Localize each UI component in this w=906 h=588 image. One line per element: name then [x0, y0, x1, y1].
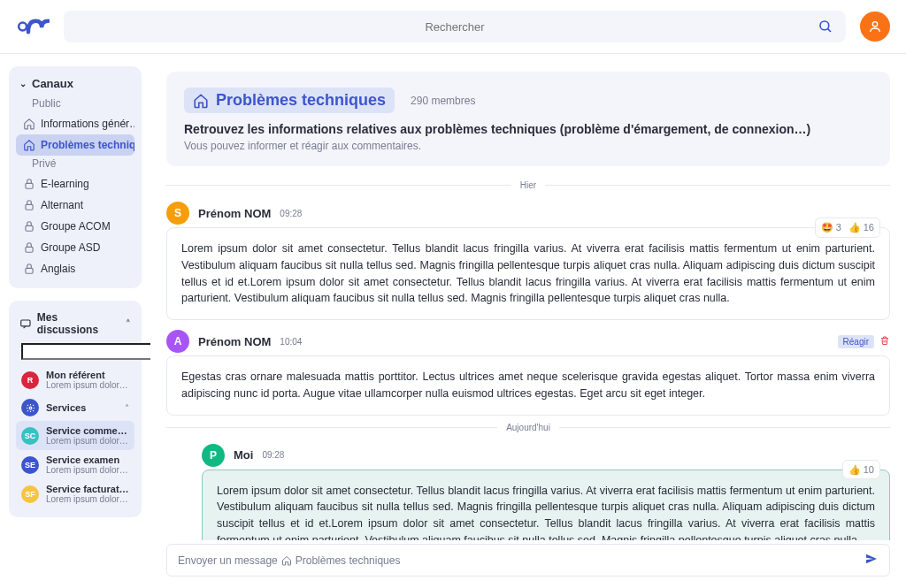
lock-icon [23, 199, 35, 211]
search-input[interactable] [76, 20, 833, 34]
services-icon [21, 399, 39, 416]
discussion-item-facturation[interactable]: SF Service facturation Lorem ipsum dolor… [16, 479, 134, 508]
message-body: 👍 10 Lorem ipsum dolor sit amet consecte… [202, 470, 890, 541]
channels-title: Canaux [32, 77, 73, 90]
chevron-up-icon: ˄ [125, 403, 129, 413]
svg-point-2 [820, 21, 829, 30]
channel-header: Problèmes techniques 290 membres Retrouv… [166, 72, 890, 166]
lock-icon [23, 220, 35, 233]
channels-panel: ⌄ Canaux Public Informations génér… Prob… [9, 66, 142, 288]
nav-label: Anglais [41, 263, 75, 275]
channel-item-asd[interactable]: Groupe ASD [16, 237, 134, 258]
nav-label: E-learning [41, 178, 89, 190]
discussions-header[interactable]: Mes discussions ˄ [16, 309, 134, 341]
channels-header[interactable]: ⌄ Canaux [16, 75, 134, 95]
lock-icon [23, 178, 35, 190]
discussions-panel: Mes discussions ˄ R Mon référent Lorem i… [9, 301, 142, 517]
channel-item-anglais[interactable]: Anglais [16, 258, 134, 279]
channel-item-info[interactable]: Informations génér… [16, 113, 134, 134]
discussion-title: Service examen [46, 454, 129, 465]
channel-description: Vous pouvez informer et réagir aux comme… [184, 140, 872, 152]
nav-label: Informations génér… [41, 118, 134, 130]
discussion-title: Services [46, 402, 86, 413]
message: A Prénom NOM 10:04 Réagir Egestas cras o… [166, 327, 890, 416]
channels-public-label[interactable]: Public [16, 95, 134, 113]
message-composer[interactable]: Envoyer un message Problèmes techniques [166, 544, 890, 577]
avatar: P [202, 444, 225, 467]
message-own: P Moi 09:28 👍 10 Lorem ipsum dolor sit a… [166, 441, 890, 541]
svg-rect-5 [26, 183, 33, 188]
delete-button[interactable] [879, 335, 890, 348]
search-bar[interactable] [64, 11, 846, 42]
app-header [0, 0, 906, 54]
channel-headline: Retrouvez les informations relatives aux… [184, 122, 872, 136]
discussion-title: Service commercial [46, 425, 129, 436]
svg-point-1 [19, 24, 25, 29]
discussion-title: Service facturation [46, 484, 129, 494]
avatar: SE [21, 456, 39, 474]
message-author: Moi [234, 448, 253, 462]
chat-icon [19, 317, 32, 330]
message-author: Prénom NOM [198, 207, 271, 220]
discussion-item-commercial[interactable]: SC Service commercial Lorem ipsum dolor … [16, 421, 134, 450]
channel-members: 290 membres [411, 95, 475, 107]
lock-icon [23, 241, 35, 254]
emoji: 🤩 [821, 220, 833, 235]
channel-item-acom[interactable]: Groupe ACOM [16, 216, 134, 237]
avatar: S [166, 202, 189, 225]
message-text: Lorem ipsum dolor sit amet consectetur. … [181, 242, 875, 304]
home-icon [23, 118, 35, 130]
search-icon [818, 19, 833, 34]
reaction-count: 16 [864, 220, 874, 235]
channel-item-problems[interactable]: Problèmes techniqu… [16, 134, 134, 156]
discussion-sub: Lorem ipsum dolor sit… [46, 465, 129, 475]
channel-name: Problèmes techniques [216, 91, 386, 110]
profile-button[interactable] [860, 11, 890, 42]
discussion-sub: Lorem ipsum dolor sit… [46, 380, 129, 390]
send-button[interactable] [864, 552, 879, 569]
emoji: 👍 [848, 462, 861, 477]
avatar: A [166, 330, 189, 353]
lock-icon [23, 263, 35, 275]
message-time: 09:28 [280, 209, 302, 218]
discussion-item-referent[interactable]: R Mon référent Lorem ipsum dolor sit… [16, 365, 134, 394]
message-body: 🤩 3 👍 16 Lorem ipsum dolor sit amet cons… [166, 227, 890, 320]
svg-rect-10 [21, 320, 30, 326]
channel-item-elearning[interactable]: E-learning [16, 173, 134, 195]
message-text: Lorem ipsum dolor sit amet consectetur. … [217, 485, 875, 541]
message-text: Egestas cras ornare malesuada mattis por… [181, 370, 875, 400]
reaction[interactable]: 🤩 3 [821, 220, 841, 235]
svg-rect-7 [26, 225, 33, 231]
avatar: SF [21, 485, 39, 503]
discussions-search-input[interactable] [21, 343, 150, 360]
home-icon [23, 139, 35, 151]
nav-label: Groupe ACOM [41, 220, 111, 233]
home-icon [281, 555, 292, 566]
discussion-item-services[interactable]: Services ˄ [16, 394, 134, 421]
svg-rect-6 [26, 204, 33, 210]
avatar: R [21, 371, 39, 389]
reaction[interactable]: 👍 10 [848, 462, 874, 477]
emoji: 👍 [848, 220, 861, 235]
react-button[interactable]: Réagir [838, 335, 874, 348]
reaction[interactable]: 👍 16 [848, 220, 874, 235]
channel-item-alternant[interactable]: Alternant [16, 195, 134, 216]
chevron-up-icon: ˄ [126, 318, 131, 330]
nav-label: Alternant [41, 199, 83, 211]
reaction-count: 10 [864, 462, 874, 477]
sidebar: ⌄ Canaux Public Informations génér… Prob… [0, 54, 150, 588]
discussion-title: Mon référent [46, 370, 129, 380]
date-divider-yesterday: Hier [166, 180, 890, 190]
channels-private-label[interactable]: Privé [16, 156, 134, 173]
discussion-item-examen[interactable]: SE Service examen Lorem ipsum dolor sit… [16, 450, 134, 479]
message: S Prénom NOM 09:28 🤩 3 👍 16 [166, 199, 890, 320]
reactions-bar: 👍 10 [842, 460, 880, 480]
avatar: SC [21, 427, 39, 445]
reaction-count: 3 [836, 220, 841, 235]
svg-line-3 [827, 28, 831, 32]
discussion-sub: Lorem ipsum dolor sit… [46, 494, 129, 504]
svg-rect-8 [26, 247, 33, 252]
nav-label: Groupe ASD [41, 241, 100, 254]
channel-badge: Problèmes techniques [184, 88, 395, 113]
message-author: Prénom NOM [198, 335, 271, 348]
